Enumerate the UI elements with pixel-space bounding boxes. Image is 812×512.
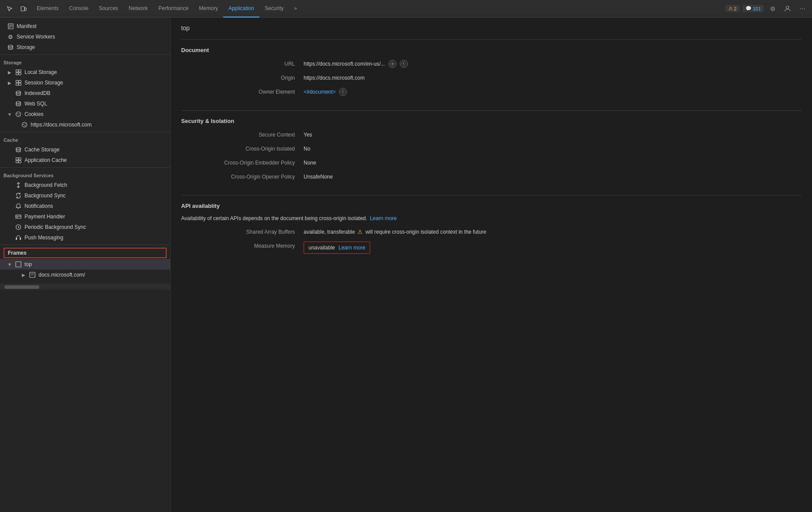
owner-reveal-button[interactable] [339,88,347,96]
frames-section-label[interactable]: Frames [4,249,166,257]
api-learn-more-link[interactable]: Learn more [370,215,396,221]
cookies-microsoft-label: https://docs.microsoft.com [31,122,91,128]
sidebar-item-manifest[interactable]: Manifest [0,21,170,32]
sidebar-item-periodic-bg-sync[interactable]: ▶ Periodic Background Sync [0,222,170,232]
api-section-title: API availablity [181,203,802,209]
url-copy-button[interactable] [388,60,396,68]
sidebar-item-notifications[interactable]: ▶ Notifications [0,201,170,211]
sidebar-item-app-cache[interactable]: ▶ Application Cache [0,155,170,165]
sidebar-item-local-storage[interactable]: ▶ Local Storage [0,67,170,77]
sidebar-item-service-workers[interactable]: ⚙ Service Workers [0,32,170,42]
sidebar-item-session-storage[interactable]: ▶ Session Storage [0,77,170,88]
url-text: https://docs.microsoft.com/en-us/... [304,60,385,68]
indexeddb-icon [15,90,22,97]
divider-4 [0,245,170,245]
origin-text: https://docs.microsoft.com [304,74,364,82]
sidebar-item-bg-fetch[interactable]: ▶ Background Fetch [0,180,170,190]
svg-rect-29 [16,161,18,163]
user-button[interactable] [781,3,794,15]
main-layout: Manifest ⚙ Service Workers Storage Stora… [0,18,812,512]
sidebar-item-cache-storage[interactable]: ▶ Cache Storage [0,144,170,155]
toolbar-tabs: Elements Console Sources Network Perform… [32,0,724,18]
bg-section-label: Background Services [0,169,170,180]
owner-value: <#document> [304,88,347,96]
sidebar-item-frame-top[interactable]: ▼ top [0,259,170,270]
info-badge[interactable]: 💬 101 [742,5,764,12]
document-section: Document URL https://docs.microsoft.com/… [181,39,802,110]
chat-icon: 💬 [746,6,752,11]
storage-top-label: Storage [17,44,35,50]
tab-memory[interactable]: Memory [194,0,223,18]
cross-origin-isolated-row: Cross-Origin Isolated No [181,144,802,154]
svg-point-21 [19,113,20,114]
measure-memory-text: unavailable [308,243,335,252]
shared-array-value: available, transferable ⚠ will require c… [304,228,486,236]
tab-sources[interactable]: Sources [94,0,123,18]
sidebar-item-bg-sync[interactable]: ▶ Background Sync [0,190,170,201]
frame-top-icon [15,261,22,268]
web-sql-icon [15,100,22,107]
owner-label: Owner Element [181,88,304,96]
measure-memory-label: Measure Memory [181,242,304,250]
svg-rect-8 [16,70,18,72]
tab-security[interactable]: Security [259,0,289,18]
sidebar-item-storage-top[interactable]: Storage [0,42,170,53]
svg-rect-36 [17,217,18,218]
sidebar-item-indexeddb[interactable]: ▶ IndexedDB [0,88,170,98]
tab-performance[interactable]: Performance [153,0,194,18]
expand-frame-docs-icon: ▶ [21,272,26,277]
api-section: API availablity Availability of certain … [181,195,802,267]
measure-memory-learn-more-link[interactable]: Learn more [339,243,365,252]
cookies-label: Cookies [24,111,43,117]
notifications-label: Notifications [24,203,53,209]
cursor-icon[interactable] [4,3,16,15]
url-reveal-button[interactable] [400,60,408,68]
device-icon[interactable] [18,3,30,15]
content-area: top Document URL https://docs.microsoft.… [171,18,812,512]
co-opener-text: UnsafeNone [304,172,333,181]
svg-point-25 [25,123,26,124]
tab-application[interactable]: Application [223,0,259,18]
tab-more[interactable]: » [289,0,302,18]
sidebar-item-web-sql[interactable]: ▶ Web SQL [0,98,170,109]
sidebar-item-payment-handler[interactable]: ▶ Payment Handler [0,211,170,222]
svg-rect-39 [20,238,21,240]
co-embedder-label: Cross-Origin Embedder Policy [181,158,304,167]
warn-badge[interactable]: ⚠ 2 [725,5,740,12]
push-messaging-icon [15,234,22,241]
divider-3 [0,167,170,168]
origin-row: Origin https://docs.microsoft.com [181,74,802,83]
payment-handler-label: Payment Handler [24,214,65,220]
web-sql-label: Web SQL [24,101,47,107]
owner-link[interactable]: <#document> [304,88,336,96]
secure-context-text: Yes [304,130,312,139]
sidebar-item-frame-docs[interactable]: ▶ docs.microsoft.com/ [0,270,170,280]
service-workers-label: Service Workers [17,34,55,40]
warn-triangle-icon: ⚠ [357,228,363,236]
cross-origin-isolated-text: No [304,144,310,153]
sidebar-item-cookies[interactable]: ▼ Cookies [0,109,170,119]
toolbar-right: ⚠ 2 💬 101 ⚙ ⋯ [725,3,808,15]
svg-rect-27 [16,158,18,160]
co-opener-value: UnsafeNone [304,172,333,181]
bg-sync-label: Background Sync [24,193,66,199]
more-button[interactable]: ⋯ [796,3,808,15]
svg-point-7 [8,45,13,47]
sidebar: Manifest ⚙ Service Workers Storage Stora… [0,18,171,512]
url-label: URL [181,60,304,68]
measure-memory-row: Measure Memory unavailable Learn more [181,242,802,254]
tab-network[interactable]: Network [123,0,153,18]
sidebar-item-push-messaging[interactable]: ▶ Push Messaging [0,232,170,243]
tab-console[interactable]: Console [64,0,94,18]
sidebar-scrollbar[interactable] [0,284,170,290]
owner-row: Owner Element <#document> [181,88,802,97]
notifications-icon [15,203,22,210]
warn-count: 2 [734,6,737,11]
svg-rect-14 [16,83,18,85]
app-cache-icon [15,157,22,164]
settings-button[interactable]: ⚙ [766,3,779,15]
cookies-icon [15,111,22,118]
sidebar-item-cookies-microsoft[interactable]: https://docs.microsoft.com [0,119,170,130]
security-section: Security & Isolation Secure Context Yes … [181,110,802,195]
tab-elements[interactable]: Elements [32,0,64,18]
